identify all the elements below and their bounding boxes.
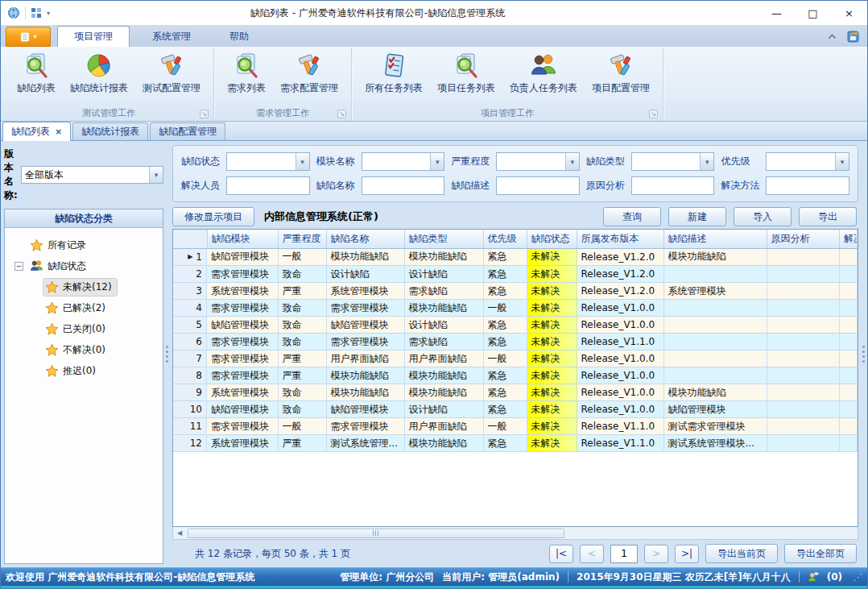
- table-row[interactable]: 9系统管理模块致命模块功能缺陷模块功能缺陷紧急未解决Release_V1.0.0…: [173, 384, 858, 401]
- export-all-pages-button[interactable]: 导出全部页: [784, 544, 857, 563]
- table-cell[interactable]: 需求管理模块: [207, 300, 278, 317]
- table-cell[interactable]: 严重: [278, 367, 326, 384]
- action-button[interactable]: 导出: [799, 207, 857, 226]
- tree-node[interactable]: −缺陷状态: [6, 255, 161, 276]
- table-cell[interactable]: 模块功能缺陷: [404, 248, 483, 266]
- ribbon-button[interactable]: 项目配置管理: [587, 50, 655, 97]
- table-cell[interactable]: 未解决: [527, 384, 577, 401]
- table-cell[interactable]: Release_V1.0.0: [577, 317, 663, 334]
- table-cell[interactable]: 一般: [483, 418, 527, 435]
- doc-tab[interactable]: 缺陷列表×: [2, 122, 71, 141]
- table-cell[interactable]: 需求管理模块: [326, 334, 404, 350]
- ribbon-button[interactable]: 需求列表: [222, 50, 271, 97]
- column-header[interactable]: 缺陷模块: [207, 230, 278, 248]
- ribbon-tab[interactable]: 帮助: [213, 26, 265, 47]
- table-cell[interactable]: 模块功能缺陷: [404, 300, 483, 317]
- minimize-button[interactable]: —: [758, 1, 795, 25]
- table-cell[interactable]: [767, 248, 840, 266]
- table-cell[interactable]: 需求管理模块: [207, 266, 278, 283]
- row-selector[interactable]: ▶1: [173, 249, 207, 266]
- table-cell[interactable]: [840, 418, 858, 435]
- table-cell[interactable]: Release_V1.1.0: [577, 334, 663, 350]
- table-cell[interactable]: [663, 317, 767, 334]
- maximize-button[interactable]: □: [795, 1, 831, 25]
- filter-combo[interactable]: ▾: [766, 152, 849, 171]
- user-message-icon[interactable]: [808, 571, 819, 583]
- table-cell[interactable]: 需求缺陷: [404, 334, 483, 350]
- expand-toggle-icon[interactable]: −: [14, 262, 23, 271]
- dialog-launcher-icon[interactable]: ↘: [649, 110, 658, 118]
- column-header[interactable]: 缺陷类型: [404, 230, 483, 248]
- action-button[interactable]: 查询: [603, 207, 661, 226]
- table-cell[interactable]: 设计缺陷: [326, 266, 404, 283]
- table-cell[interactable]: 测试系统管理...: [326, 435, 404, 452]
- table-cell[interactable]: 未解决: [527, 367, 577, 384]
- table-row[interactable]: 7需求管理模块严重用户界面缺陷用户界面缺陷一般未解决Release_V1.0.0: [173, 350, 858, 367]
- row-selector[interactable]: 5: [173, 317, 207, 334]
- filter-combo-input[interactable]: [767, 153, 835, 170]
- ribbon-tab[interactable]: 项目管理: [57, 26, 130, 47]
- table-cell[interactable]: 紧急: [483, 248, 527, 266]
- close-tab-icon[interactable]: ×: [55, 127, 62, 137]
- table-cell[interactable]: 紧急: [483, 384, 527, 401]
- filter-combo-input[interactable]: [497, 153, 565, 170]
- ribbon-button[interactable]: 缺陷统计报表: [65, 50, 133, 97]
- column-header[interactable]: 缺陷描述: [663, 230, 767, 248]
- table-cell[interactable]: [840, 334, 858, 350]
- table-cell[interactable]: 需求缺陷: [404, 283, 483, 300]
- chevron-down-icon[interactable]: ▾: [149, 167, 163, 183]
- table-cell[interactable]: 未解决: [527, 317, 577, 334]
- table-cell[interactable]: 设计缺陷: [404, 317, 483, 334]
- column-header[interactable]: 优先级: [483, 230, 527, 248]
- chevron-down-icon[interactable]: ▾: [430, 153, 444, 170]
- table-cell[interactable]: 未解决: [527, 334, 577, 350]
- table-cell[interactable]: 致命: [278, 384, 326, 401]
- chevron-down-icon[interactable]: ▾: [565, 153, 579, 170]
- scroll-left-icon[interactable]: ◀: [173, 528, 186, 539]
- table-cell[interactable]: Release_V1.2.0: [577, 266, 663, 283]
- version-combo-input[interactable]: [22, 167, 149, 183]
- table-cell[interactable]: Release_V1.0.0: [577, 367, 663, 384]
- dialog-launcher-icon[interactable]: ↘: [337, 110, 346, 118]
- table-row[interactable]: 12系统管理模块严重测试系统管理...模块功能缺陷紧急未解决Release_V1…: [173, 435, 858, 452]
- table-cell[interactable]: [767, 266, 840, 283]
- table-cell[interactable]: 系统管理模块: [207, 283, 278, 300]
- table-cell[interactable]: 测试需求管理模块: [663, 418, 767, 435]
- table-cell[interactable]: Release_V1.2.0: [577, 283, 663, 300]
- table-cell[interactable]: Release_V1.0.0: [577, 384, 663, 401]
- table-cell[interactable]: [663, 266, 767, 283]
- table-cell[interactable]: 缺陷管理模块: [326, 317, 404, 334]
- table-cell[interactable]: 模块功能缺陷: [326, 384, 404, 401]
- table-cell[interactable]: [840, 367, 858, 384]
- table-cell[interactable]: 一般: [278, 418, 326, 435]
- table-cell[interactable]: 模块功能缺陷: [326, 367, 404, 384]
- table-cell[interactable]: [767, 317, 840, 334]
- table-cell[interactable]: 模块功能缺陷: [663, 248, 767, 266]
- table-cell[interactable]: [767, 334, 840, 350]
- table-cell[interactable]: 需求管理模块: [207, 367, 278, 384]
- table-cell[interactable]: 致命: [278, 266, 326, 283]
- first-page-button[interactable]: |<: [549, 545, 573, 563]
- table-cell[interactable]: Release_V1.1.0: [577, 418, 663, 435]
- table-cell[interactable]: Release_V1.0.0: [577, 350, 663, 367]
- table-row[interactable]: 5缺陷管理模块致命缺陷管理模块设计缺陷紧急未解决Release_V1.0.0: [173, 317, 858, 334]
- tree-node[interactable]: 推迟(0): [6, 360, 161, 381]
- table-cell[interactable]: Release_V1.0.0: [577, 300, 663, 317]
- tree-node[interactable]: 已关闭(0): [6, 318, 161, 339]
- column-header[interactable]: 原因分析: [767, 230, 840, 248]
- table-cell[interactable]: 系统管理模块: [207, 435, 278, 452]
- filter-text-input[interactable]: [631, 176, 715, 195]
- chevron-down-icon[interactable]: ▾: [700, 153, 713, 170]
- table-cell[interactable]: 系统管理模块: [207, 384, 278, 401]
- filter-combo[interactable]: ▾: [631, 152, 715, 171]
- table-cell[interactable]: 需求管理模块: [207, 350, 278, 367]
- table-cell[interactable]: 用户界面缺陷: [326, 350, 404, 367]
- table-cell[interactable]: 缺陷管理模块: [663, 401, 767, 418]
- action-button[interactable]: 新建: [668, 207, 726, 226]
- chevron-down-icon[interactable]: ▾: [296, 153, 309, 170]
- table-cell[interactable]: 严重: [278, 350, 326, 367]
- table-cell[interactable]: 紧急: [483, 317, 527, 334]
- resize-grip-icon[interactable]: ⋰: [854, 572, 862, 583]
- table-cell[interactable]: 未解决: [527, 283, 577, 300]
- ribbon-button[interactable]: 测试配置管理: [138, 50, 205, 97]
